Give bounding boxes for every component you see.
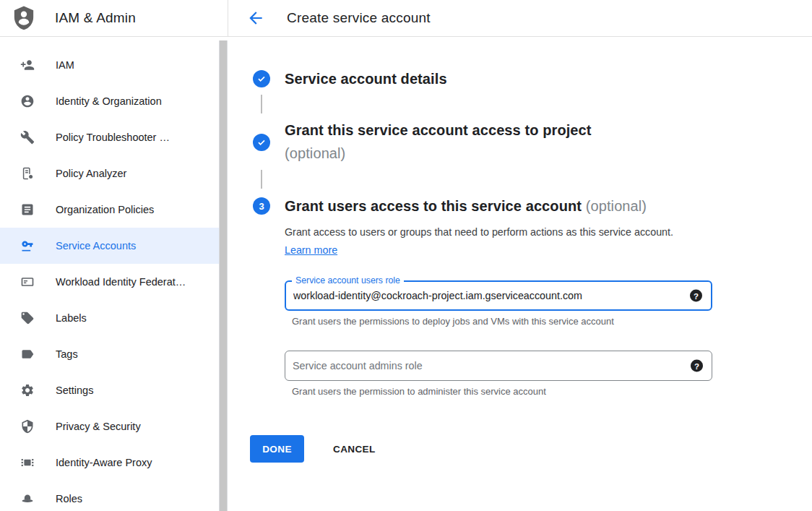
gear-icon: [20, 383, 35, 398]
account-circle-icon: [20, 94, 35, 108]
done-button[interactable]: DONE: [250, 435, 304, 463]
sidebar-item-label: Policy Analyzer: [56, 168, 126, 179]
help-icon[interactable]: ?: [690, 290, 702, 302]
sidebar-item-settings[interactable]: Settings: [0, 372, 219, 408]
sidebar-item-label: Workload Identity Federat…: [56, 276, 186, 288]
badge-card-icon: [20, 275, 35, 289]
hat-icon: [20, 491, 35, 506]
sidebar-item-privacy-security[interactable]: Privacy & Security: [0, 408, 219, 445]
stepper-connector: [261, 95, 262, 113]
sidebar-item-roles[interactable]: Roles: [0, 481, 219, 511]
admins-role-input[interactable]: [285, 351, 712, 380]
app-title: IAM & Admin: [55, 10, 136, 26]
users-role-helper-text: Grant users the permissions to deploy jo…: [292, 316, 614, 327]
sidebar-item-policy-troubleshooter[interactable]: Policy Troubleshooter …: [0, 119, 219, 155]
step3-description-text: Grant access to users or groups that nee…: [285, 226, 673, 238]
action-buttons: DONE CANCEL: [250, 435, 384, 463]
wrench-icon: [20, 130, 35, 145]
header-product-section: IAM & Admin: [0, 0, 228, 36]
admins-role-helper-text: Grant users the permission to administer…: [292, 386, 546, 397]
users-role-input[interactable]: [286, 282, 711, 309]
step2-completed-check-icon: [253, 134, 270, 151]
sidebar-item-labels[interactable]: Labels: [0, 300, 219, 336]
sidebar-item-label: Privacy & Security: [56, 421, 141, 432]
help-icon[interactable]: ?: [691, 360, 703, 372]
key-icon: [20, 239, 35, 253]
sidebar-item-label: Service Accounts: [56, 240, 136, 252]
sidebar-item-label: Roles: [56, 493, 82, 504]
step2-title: Grant this service account access to pro…: [285, 119, 700, 165]
sidebar-item-label: Settings: [56, 385, 93, 396]
step3-optional-text: (optional): [586, 198, 647, 214]
proxy-icon: [20, 455, 35, 470]
step1-completed-check-icon: [253, 70, 270, 87]
sidebar-item-label: Organization Policies: [56, 204, 154, 215]
sidebar-item-workload-identity-federation[interactable]: Workload Identity Federat…: [0, 264, 219, 300]
person-add-icon: [20, 58, 35, 72]
article-icon: [20, 202, 35, 217]
header-page-section: Create service account: [228, 0, 812, 36]
users-role-field: Service account users role ?: [285, 280, 712, 311]
sidebar-item-label: Labels: [56, 312, 87, 324]
sidebar-item-label: Identity & Organization: [56, 95, 162, 107]
sidebar-item-identity-aware-proxy[interactable]: Identity-Aware Proxy: [0, 445, 219, 481]
step3-number-icon: 3: [253, 197, 270, 215]
step2-optional-text: (optional): [285, 145, 345, 161]
page-title: Create service account: [287, 10, 431, 26]
step1-title: Service account details: [285, 67, 447, 90]
iam-admin-shield-icon: [12, 5, 36, 31]
sidebar-item-label: Identity-Aware Proxy: [56, 457, 152, 468]
tag-icon: [20, 311, 35, 325]
app-header: IAM & Admin Create service account: [0, 0, 812, 37]
cancel-button[interactable]: CANCEL: [324, 444, 384, 455]
step3-title: Grant users access to this service accou…: [285, 194, 790, 218]
stepper-connector: [261, 170, 262, 189]
shield-half-icon: [20, 419, 35, 434]
main-content: Service account details Grant this servi…: [228, 37, 812, 511]
gcp-console-window: IAM & Admin Create service account IAM I…: [0, 0, 812, 511]
learn-more-link[interactable]: Learn more: [285, 244, 337, 256]
document-gear-icon: [20, 166, 35, 181]
step3-title-text: Grant users access to this service accou…: [285, 198, 582, 214]
step3-description: Grant access to users or groups that nee…: [285, 223, 691, 259]
sidebar-item-organization-policies[interactable]: Organization Policies: [0, 192, 219, 228]
sidebar-item-label: IAM: [56, 59, 74, 71]
sidebar-item-label: Policy Troubleshooter …: [56, 132, 170, 143]
sidebar-item-iam[interactable]: IAM: [0, 47, 219, 83]
sidebar-item-service-accounts[interactable]: Service Accounts: [0, 228, 219, 264]
sidebar-item-label: Tags: [56, 348, 78, 360]
back-arrow-icon[interactable]: [246, 9, 265, 27]
sidebar-item-identity-organization[interactable]: Identity & Organization: [0, 83, 219, 119]
sidebar-scrollbar[interactable]: [219, 40, 228, 511]
sidebar-nav: IAM Identity & Organization Policy Troub…: [0, 37, 219, 511]
step2-title-text: Grant this service account access to pro…: [285, 122, 592, 138]
sidebar-item-tags[interactable]: Tags: [0, 336, 219, 372]
admins-role-field: ?: [285, 351, 712, 381]
label-arrow-icon: [20, 347, 35, 361]
step3-number: 3: [259, 201, 264, 212]
sidebar-item-policy-analyzer[interactable]: Policy Analyzer: [0, 155, 219, 192]
